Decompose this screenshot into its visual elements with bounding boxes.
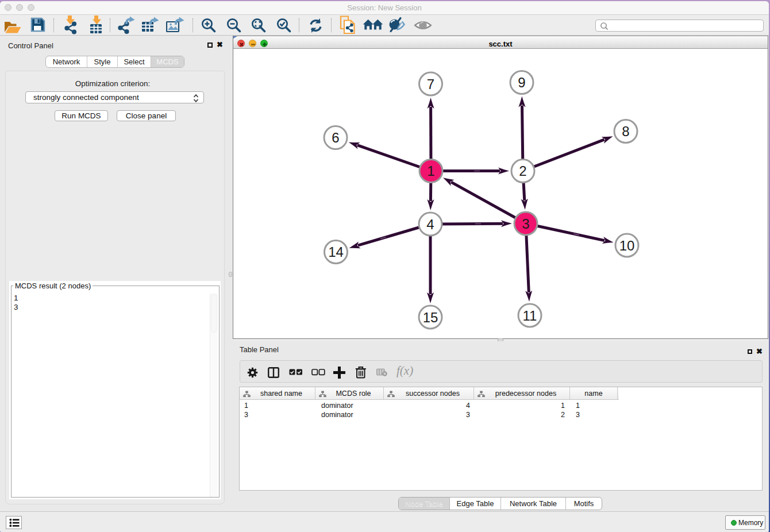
svg-text:8: 8 xyxy=(622,124,629,139)
svg-text:14: 14 xyxy=(328,244,344,260)
svg-text:9: 9 xyxy=(518,75,525,90)
svg-text:f(x): f(x) xyxy=(396,365,413,377)
svg-text:3: 3 xyxy=(522,216,529,232)
svg-text:1: 1 xyxy=(427,163,434,179)
svg-text:7: 7 xyxy=(427,76,434,92)
svg-text:10: 10 xyxy=(619,238,635,253)
svg-text:6: 6 xyxy=(332,130,339,145)
svg-text:11: 11 xyxy=(523,308,537,323)
svg-text:2: 2 xyxy=(519,163,526,179)
svg-text:4: 4 xyxy=(426,217,434,232)
svg-text:15: 15 xyxy=(423,310,438,325)
